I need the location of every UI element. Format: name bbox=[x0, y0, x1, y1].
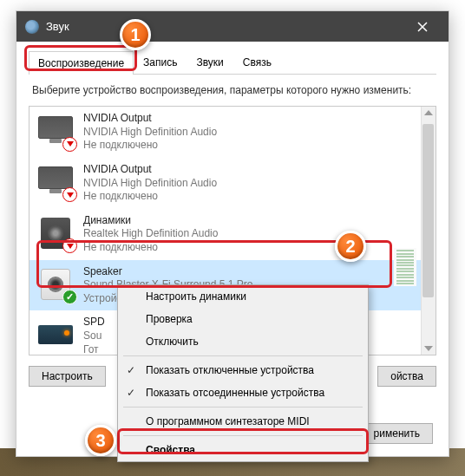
device-name: Динамики bbox=[83, 214, 218, 228]
disconnected-icon bbox=[62, 137, 77, 152]
device-status: Гот bbox=[83, 343, 105, 356]
scrollbar[interactable] bbox=[421, 107, 436, 355]
device-name: NVIDIA Output bbox=[83, 163, 217, 177]
close-button[interactable] bbox=[405, 11, 440, 42]
annotation-badge-1: 1 bbox=[120, 19, 151, 50]
annotation-badge-2: 2 bbox=[335, 231, 366, 262]
window-title: Звук bbox=[46, 20, 69, 33]
device-item-realtek[interactable]: Динамики Realtek High Definition Audio Н… bbox=[29, 209, 436, 260]
default-check-icon bbox=[62, 290, 77, 304]
device-item-nvidia-2[interactable]: NVIDIA Output NVIDIA High Definition Aud… bbox=[29, 158, 436, 209]
menu-disable[interactable]: Отключить bbox=[118, 330, 368, 353]
menu-about-midi[interactable]: О программном синтезаторе MIDI bbox=[118, 410, 368, 433]
speaker-icon bbox=[38, 269, 75, 302]
device-name: Speaker bbox=[83, 265, 252, 279]
speaker-icon bbox=[38, 218, 75, 251]
tab-comm[interactable]: Связь bbox=[233, 50, 281, 74]
context-menu: Настроить динамики Проверка Отключить По… bbox=[117, 284, 369, 462]
menu-show-disconnected[interactable]: Показать отсоединенные устройства bbox=[118, 381, 368, 404]
instruction-text: Выберите устройство воспроизведения, пар… bbox=[32, 83, 433, 97]
tab-record[interactable]: Запись bbox=[134, 50, 187, 74]
titlebar[interactable]: Звук bbox=[16, 11, 449, 42]
device-driver: NVIDIA High Definition Audio bbox=[83, 126, 217, 140]
level-meters bbox=[390, 107, 416, 355]
device-name: SPD bbox=[83, 316, 105, 329]
menu-test[interactable]: Проверка bbox=[118, 308, 368, 330]
disconnected-icon bbox=[62, 187, 77, 202]
close-icon bbox=[417, 22, 428, 32]
device-driver: NVIDIA High Definition Audio bbox=[83, 177, 217, 191]
device-status: Не подключено bbox=[83, 241, 218, 255]
device-name: NVIDIA Output bbox=[83, 112, 217, 126]
menu-show-disabled[interactable]: Показать отключенные устройства bbox=[118, 359, 368, 381]
menu-configure-speakers[interactable]: Настроить динамики bbox=[118, 285, 368, 308]
spdif-icon bbox=[38, 320, 75, 353]
tab-sounds[interactable]: Звуки bbox=[187, 50, 232, 74]
apply-button[interactable]: рименить bbox=[361, 423, 433, 444]
sound-icon bbox=[25, 20, 39, 34]
scrollbar-thumb[interactable] bbox=[422, 124, 434, 297]
disconnected-icon bbox=[62, 238, 77, 253]
annotation-badge-3: 3 bbox=[85, 425, 116, 456]
tab-playback[interactable]: Воспроизведение bbox=[29, 51, 134, 75]
menu-separator bbox=[123, 435, 363, 436]
menu-separator bbox=[123, 407, 363, 408]
device-properties-button[interactable]: ойства bbox=[377, 366, 436, 387]
device-driver: Realtek High Definition Audio bbox=[83, 227, 218, 241]
menu-separator bbox=[123, 355, 363, 356]
tab-strip: Воспроизведение Запись Звуки Связь bbox=[29, 50, 436, 75]
device-status: Не подключено bbox=[83, 190, 217, 204]
menu-properties[interactable]: Свойства bbox=[118, 439, 368, 461]
device-driver: Sou bbox=[83, 329, 105, 343]
device-item-nvidia-1[interactable]: NVIDIA Output NVIDIA High Definition Aud… bbox=[29, 107, 436, 158]
monitor-icon bbox=[38, 116, 75, 149]
device-status: Не подключено bbox=[83, 139, 217, 153]
configure-button[interactable]: Настроить bbox=[29, 366, 106, 387]
level-meter bbox=[394, 248, 416, 286]
monitor-icon bbox=[38, 166, 75, 199]
